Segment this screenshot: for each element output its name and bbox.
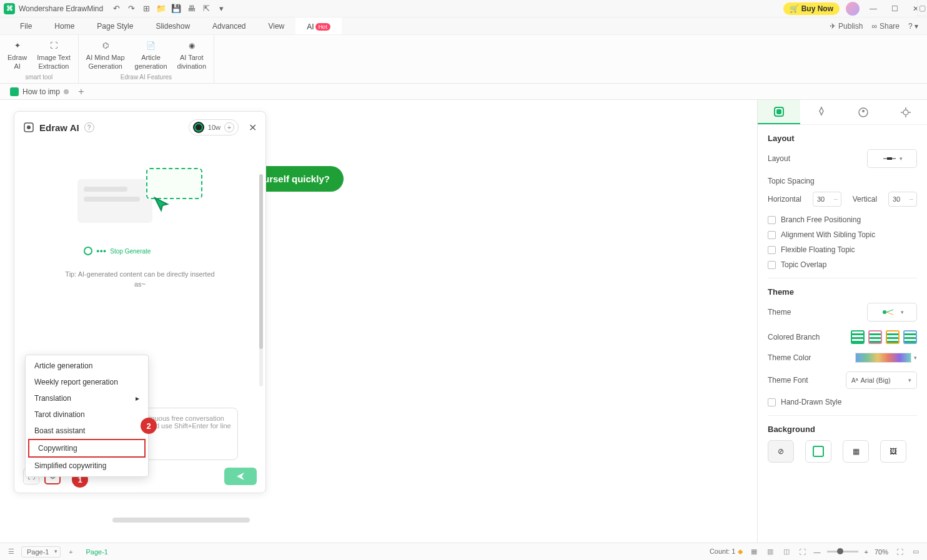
fullscreen-icon[interactable]: ⛶	[895, 547, 905, 557]
menu-slideshow[interactable]: Slideshow	[144, 22, 201, 31]
mindmap-icon: ⌬	[99, 39, 112, 52]
page-tab-1[interactable]: Page-1	[81, 548, 112, 556]
export-icon[interactable]: ⇱	[201, 3, 212, 14]
token-count: 10w	[208, 124, 221, 131]
chk-flexible[interactable]: Flexible Floating Topic	[768, 245, 917, 254]
panel-scrollbar[interactable]	[259, 174, 263, 386]
ribbon-group-label: smart tool	[25, 74, 52, 81]
layout-select[interactable]: ▾	[867, 149, 917, 168]
extract-icon: ⛶	[47, 39, 61, 52]
print-icon[interactable]: 🖶	[186, 3, 197, 14]
chk-hand-drawn[interactable]: Hand-Drawn Style	[768, 398, 917, 406]
menu-home[interactable]: Home	[43, 22, 86, 31]
section-background: Background	[768, 425, 917, 434]
minimize-button[interactable]: —	[866, 2, 881, 15]
bg-pattern[interactable]: ▦	[843, 440, 869, 463]
edraw-ai-button[interactable]: ✦EdrawAI	[5, 37, 29, 71]
layout-tab-icon	[773, 106, 785, 118]
menu-ai[interactable]: AIHot	[295, 17, 341, 34]
bg-none[interactable]: ⊘	[768, 440, 794, 463]
bg-solid[interactable]	[805, 440, 831, 463]
document-tab[interactable]: How to imp	[4, 84, 75, 99]
save-icon[interactable]: 💾	[171, 3, 182, 14]
token-pill[interactable]: 10w +	[189, 119, 239, 135]
canvas[interactable]: improve yourself quickly? Edraw AI ? 10w…	[0, 100, 757, 543]
ctx-simplified-copywriting[interactable]: Simplified copywriting	[26, 458, 148, 474]
side-panel-toggle[interactable]: ▢	[917, 0, 927, 16]
token-icon	[193, 122, 204, 133]
publish-button[interactable]: ✈ Publish	[830, 22, 863, 31]
zoom-level: 70%	[875, 548, 888, 556]
buy-now-button[interactable]: 🛒 Buy Now	[783, 2, 840, 15]
ribbon-group-label: Edraw AI Features	[121, 74, 172, 81]
theme-select[interactable]: ▾	[867, 303, 917, 322]
zoom-slider[interactable]	[827, 551, 858, 553]
rtab-layout[interactable]	[758, 100, 800, 124]
chk-alignment[interactable]: Alignment With Sibling Topic	[768, 230, 917, 239]
undo-icon[interactable]: ↶	[111, 3, 122, 14]
stop-generate-label: ●●●Stop Generate	[84, 247, 151, 255]
view-mode-2[interactable]: ▥	[765, 547, 775, 557]
icon-tab-icon	[857, 106, 870, 119]
ai-tip-text: Tip: AI-generated content can be directl…	[65, 269, 214, 289]
tarot-icon: ◉	[185, 39, 199, 52]
page-selector[interactable]: Page-1	[21, 546, 61, 558]
tarot-button[interactable]: ◉AI Tarotdivination	[175, 37, 209, 71]
close-panel-button[interactable]: ✕	[249, 122, 257, 134]
new-tab-button[interactable]: +	[75, 86, 87, 97]
view-mode-3[interactable]: ◫	[781, 547, 791, 557]
rtab-settings[interactable]	[885, 100, 927, 124]
chk-overlap[interactable]: Topic Overlap	[768, 260, 917, 269]
colored-branch-options[interactable]	[851, 330, 917, 344]
ctx-weekly-report[interactable]: Weekly report generation	[26, 374, 148, 390]
collapse-icon[interactable]: ▭	[911, 547, 921, 557]
outline-icon[interactable]: ☰	[6, 547, 16, 557]
chk-branch-free[interactable]: Branch Free Positioning	[768, 215, 917, 224]
view-mode-4[interactable]: ⛶	[798, 547, 808, 557]
menu-file[interactable]: File	[9, 22, 43, 31]
vertical-spacing-input[interactable]: 30	[888, 192, 917, 207]
svg-line-11	[886, 310, 893, 312]
dropdown-icon[interactable]: ▾	[216, 3, 227, 14]
ctx-translation[interactable]: Translation▸	[26, 390, 148, 406]
new-icon[interactable]: ⊞	[141, 3, 152, 14]
bg-image[interactable]: 🖼	[880, 440, 906, 463]
open-icon[interactable]: 📁	[156, 3, 167, 14]
add-token-button[interactable]: +	[224, 122, 234, 132]
article-gen-button[interactable]: 📄Articlegeneration	[132, 37, 170, 71]
horizontal-scrollbar[interactable]	[112, 518, 612, 524]
theme-font-select[interactable]: AªArial (Big)▾	[846, 371, 917, 389]
zoom-in[interactable]: +	[865, 548, 868, 556]
menu-view[interactable]: View	[257, 22, 295, 31]
help-button[interactable]: ? ▾	[908, 22, 918, 31]
menu-advanced[interactable]: Advanced	[201, 22, 257, 31]
rtab-style[interactable]	[800, 100, 843, 124]
send-button[interactable]	[224, 468, 257, 485]
horizontal-spacing-input[interactable]: 30	[813, 192, 841, 207]
rtab-icon[interactable]	[843, 100, 885, 124]
share-button[interactable]: ∞ Share	[871, 22, 900, 31]
add-page-button[interactable]: +	[66, 547, 76, 557]
image-text-extraction-button[interactable]: ⛶Image TextExtraction	[34, 37, 73, 71]
theme-color-select[interactable]	[855, 353, 911, 363]
maximize-button[interactable]: ☐	[887, 2, 902, 15]
menu-page-style[interactable]: Page Style	[86, 22, 144, 31]
user-avatar[interactable]	[846, 2, 860, 16]
gear-icon	[900, 106, 912, 119]
send-icon	[235, 471, 245, 481]
ctx-copywriting[interactable]: Copywriting	[28, 439, 146, 458]
ctx-tarot[interactable]: Tarot divination	[26, 406, 148, 423]
count-label: Count: 1 ◆	[710, 548, 743, 556]
zoom-out[interactable]: —	[814, 548, 821, 556]
redo-icon[interactable]: ↷	[126, 3, 137, 14]
ai-icon: ✦	[11, 39, 24, 52]
view-mode-1[interactable]: ▦	[749, 547, 759, 557]
style-tab-icon	[815, 106, 828, 119]
ai-mindmap-button[interactable]: ⌬AI Mind MapGeneration	[84, 37, 127, 71]
ctx-boast[interactable]: Boast assistant	[26, 423, 148, 439]
ctx-article-generation[interactable]: Article generation	[26, 358, 148, 374]
help-icon[interactable]: ?	[84, 122, 94, 132]
callout-badge-2: 2	[141, 418, 157, 434]
svg-point-10	[883, 310, 886, 314]
svg-line-12	[886, 312, 893, 315]
